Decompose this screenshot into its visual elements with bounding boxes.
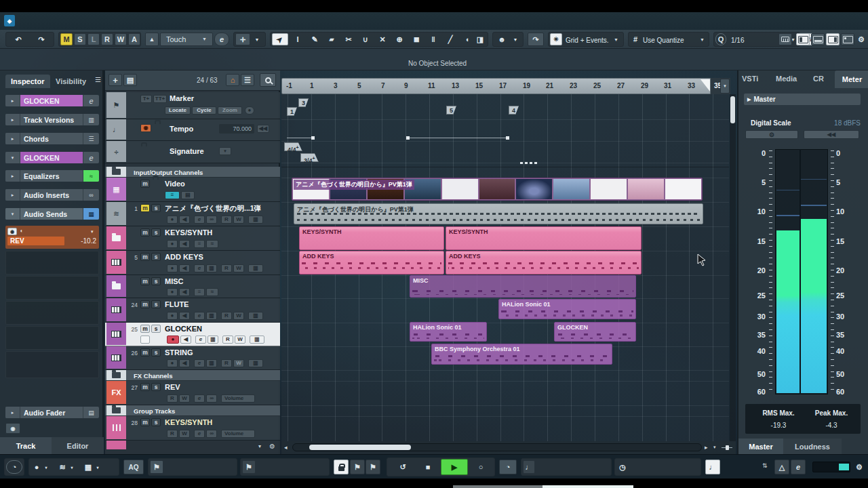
mute-button[interactable]: m (140, 418, 150, 426)
erase-tool[interactable]: ▰ (323, 33, 340, 45)
head-color-caret-icon[interactable]: ▼ (511, 33, 520, 45)
automation-parameter-select[interactable]: Volume (221, 430, 255, 438)
inspector-section-inserts[interactable]: ▸ Audio Inserts ∞ (5, 189, 99, 201)
divider-group-tracks[interactable]: Group Tracks (105, 405, 280, 416)
marker-flag-4[interactable]: 4 (509, 106, 519, 115)
read-automation-button[interactable]: R (221, 216, 232, 224)
monitor-button[interactable]: ◀ (180, 336, 191, 344)
record-mode-icon[interactable]: ● (31, 461, 42, 473)
write-automation-button[interactable]: W (233, 216, 244, 224)
mute-button[interactable]: m (140, 228, 150, 237)
signature-dropdown[interactable]: ▼ (219, 147, 231, 155)
tab-meter-master[interactable]: Master (738, 439, 783, 454)
track-row-marker[interactable]: ⚑ T+ TT+ Marker Locate Cycle Zoom ● (105, 92, 280, 119)
track-row-glocken-selected[interactable]: 25 m s GLOCKEN ● ◀ e ▥ R W ▥ (105, 323, 280, 346)
edit-channel-icon[interactable]: e (83, 95, 99, 106)
automation-edit-button[interactable]: e (214, 33, 229, 46)
collapse-arrow-icon[interactable]: ▼ (5, 152, 20, 163)
tab-visibility[interactable]: Visibility (56, 77, 86, 85)
meter-master-header[interactable]: ▶Master (744, 94, 861, 105)
divider-io-channels[interactable]: Input/Output Channels (105, 167, 280, 178)
marker-flag-1[interactable]: 1 (287, 107, 297, 116)
lane-resize-handle[interactable] (520, 162, 538, 164)
send-prepost-icon[interactable]: ◖ (20, 228, 23, 234)
redo-button[interactable]: ↷ (31, 33, 52, 45)
quantize-label[interactable]: Use Quantize (643, 37, 684, 44)
tempo-curve-segment[interactable] (287, 138, 313, 138)
goto-left-locator-button[interactable]: ⚑ (150, 460, 163, 474)
send-level-bar[interactable]: REV (7, 237, 64, 245)
tab-inspector[interactable]: Inspector (5, 75, 50, 88)
track-row-group28[interactable]: 28 m s KEYS/SYNTH R W e ∞ Volume (105, 416, 280, 441)
read-automation-button[interactable]: R (221, 312, 232, 320)
tab-media[interactable]: Media (776, 75, 797, 83)
signature-flag[interactable]: 3/4+ (300, 153, 319, 162)
track-row-video[interactable]: ▦ m Video ≡ ▤ (105, 178, 280, 202)
inspector-section-chords[interactable]: ▸ Chords ☰ (5, 133, 99, 144)
click-pattern-icon[interactable]: ◔ (6, 460, 22, 474)
tempo-range-button[interactable]: ◀◀ (257, 125, 269, 133)
send-dest-caret-icon[interactable]: ▾ (91, 229, 94, 235)
automation-write-button[interactable]: W (115, 33, 127, 45)
bypass-button[interactable]: ∞ (206, 394, 217, 403)
select-tool[interactable]: ➤ (272, 33, 288, 45)
record-enable-button[interactable]: ● (167, 216, 178, 224)
mute-tool[interactable]: ✕ (374, 33, 391, 45)
automation-parameter-select[interactable]: Volume (221, 394, 255, 403)
play-button[interactable]: ▶ (441, 459, 468, 475)
inspector-section-versions[interactable]: ▸ Track Versions ▥ (5, 114, 99, 125)
group-edit-button[interactable]: ≡ (194, 288, 205, 296)
lanes-button[interactable]: ▥ (248, 312, 263, 320)
expand-arrow-icon[interactable]: ▸ (5, 114, 20, 125)
mute-button[interactable]: m (140, 325, 150, 333)
track-row-keys-folder[interactable]: m s KEYS/SYNTH ● ◀ ≡ ≈ (105, 226, 280, 251)
mute-button[interactable]: m (140, 300, 150, 308)
signature-flag[interactable]: 4/4+ (284, 142, 302, 151)
timewarp-tool[interactable]: ‖ (425, 33, 441, 45)
mute-button[interactable]: m (140, 204, 150, 212)
write-automation-button[interactable]: W (179, 394, 190, 403)
read-automation-button[interactable]: R (167, 394, 178, 403)
tempo-activate-button[interactable]: ◉ (140, 124, 151, 132)
solo-button[interactable]: s (151, 228, 161, 237)
punch-out-button[interactable]: ⚑ (366, 460, 380, 474)
zoom-preset-caret[interactable]: ▾ (713, 445, 716, 450)
edit-channel-button[interactable]: e (194, 264, 205, 272)
automation-suspend-button[interactable]: S (74, 33, 86, 45)
marker-flag-5[interactable]: 5 (446, 106, 456, 115)
zoom-slider-handle[interactable] (726, 445, 729, 450)
toolbar-gear-icon[interactable]: ⚙ (856, 33, 867, 45)
send-slot-3[interactable] (5, 276, 99, 300)
divider-fx-channels[interactable]: FX Channels (105, 370, 280, 381)
solo-button[interactable]: s (151, 418, 161, 426)
track-preset-icon[interactable]: ▤ (123, 74, 137, 86)
snap-type-label[interactable]: Grid + Events. (566, 37, 609, 44)
solo-button[interactable]: s (151, 300, 161, 308)
event-video[interactable]: アニメ『色づく世界の明日から』PV第1弾 (292, 178, 703, 201)
track-row-audio1[interactable]: ≋ 1 m s アニメ『色づく世界の明...1弾 ● ◀ e ∞ R W ▥ (105, 202, 280, 226)
split-tool[interactable]: ✂ (340, 33, 357, 45)
phase-button[interactable]: ≈ (206, 288, 218, 296)
metronome-setup-button[interactable]: e (791, 460, 806, 474)
video-progress-fill[interactable] (542, 485, 633, 488)
marker-flag-3[interactable]: 3 (298, 98, 309, 107)
transport-gear-icon[interactable]: ⚙ (853, 460, 865, 474)
lanes-button[interactable]: ▥ (250, 336, 264, 344)
time-format-bars-icon[interactable]: ♩ (523, 460, 535, 474)
read-automation-button[interactable]: R (222, 336, 233, 344)
event-halion-1[interactable]: HALion Sonic 01 (498, 299, 636, 319)
track-visibility-icon[interactable]: ☰ (241, 74, 254, 86)
audio-record-mode-icon[interactable]: ≋ (57, 461, 68, 473)
edit-instrument-button[interactable]: ▥ (206, 264, 217, 272)
send-slot-6[interactable] (5, 351, 99, 378)
vertical-scrollbar-thumb[interactable] (730, 96, 735, 123)
edit-instrument-button[interactable]: ▥ (206, 312, 217, 320)
home-zoom-button[interactable]: ⌂ (226, 74, 239, 86)
edit-channel-button[interactable]: e (194, 216, 205, 224)
event-keys-synth-1[interactable]: KEYS/SYNTH (299, 226, 444, 250)
time-format-clock-icon[interactable]: ◷ (616, 460, 629, 474)
auto-quantize-button[interactable]: AQ (123, 460, 144, 474)
read-automation-button[interactable]: R (221, 264, 232, 272)
zoom-tool[interactable]: ⊕ (391, 33, 408, 45)
tab-meter-loudness[interactable]: Loudness (783, 439, 842, 454)
